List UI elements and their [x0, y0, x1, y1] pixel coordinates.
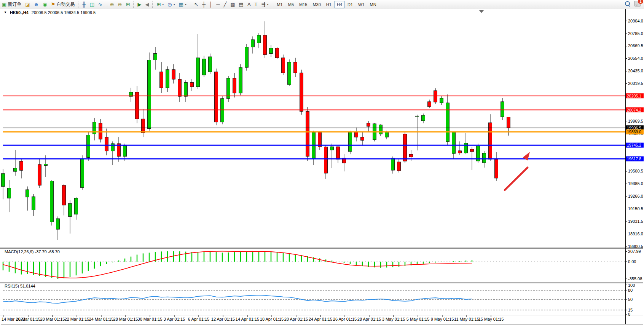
candle-bullish [288, 62, 291, 85]
periods-button[interactable]: ◷▾ [166, 0, 177, 9]
horizontal-line-tool-button[interactable]: ─ [214, 0, 222, 9]
new-order-button[interactable]: ▣新订单 [0, 0, 23, 9]
arrows-tool-icon: ⇶ [261, 2, 266, 7]
candle-bullish [75, 198, 78, 214]
fibonacci-tool-button[interactable]: ▤ [237, 0, 245, 9]
candle-bearish [324, 147, 328, 173]
candle-bearish [38, 165, 41, 185]
text-tool-button[interactable]: A [245, 0, 253, 9]
chart-shift-icon: ◀ [145, 2, 149, 7]
candle-bullish [44, 164, 48, 165]
crosshair-tool-button[interactable]: ┼ [200, 0, 207, 9]
time-tick-label: 16 Mar 01:15 [16, 317, 41, 321]
rsi-scale-label: 0 [628, 312, 630, 316]
collapse-triangle-icon[interactable]: ▼ [4, 11, 7, 15]
candle-bullish [123, 146, 127, 157]
time-tick-label: 11 May 01:15 [454, 317, 479, 321]
time-tick-label: 20 Apr 01:15 [284, 317, 308, 321]
candle-bearish [410, 154, 413, 157]
candle-bearish [233, 78, 236, 93]
templates-button[interactable]: ▦▾ [177, 0, 188, 9]
price-tick-label: 20785.0 [628, 31, 643, 36]
rsi-scale-label: 80 [628, 288, 633, 292]
macd-scale-label: 207.99 [628, 249, 641, 254]
autotrading-icon: ⚑ [51, 2, 56, 7]
candle-bullish [245, 47, 249, 67]
candle-bullish [349, 132, 352, 152]
price-tick-label: 20904.0 [628, 19, 643, 23]
candle-bearish [172, 70, 175, 79]
time-tick-label: 14 Apr 01:15 [236, 317, 259, 321]
auto-scroll-button[interactable]: ▶ [135, 0, 143, 9]
search-icon[interactable] [625, 1, 630, 6]
channel-tool-button[interactable]: ▨ [228, 0, 237, 9]
timeframe-button-m1[interactable]: M1 [274, 1, 285, 8]
chart-symbol-period: HK50-,H4 [10, 10, 29, 15]
time-tick-label: 28 Mar 01:15 [113, 317, 138, 321]
autotrading-button[interactable]: ⚑自动交易 [49, 0, 77, 9]
tile-windows-button[interactable]: ⊞ [124, 0, 132, 9]
cursor-tool-button[interactable]: ↖ [192, 0, 200, 9]
signals-button[interactable]: ◉ [41, 0, 49, 9]
candle-bullish [452, 132, 456, 153]
timeframe-button-m30[interactable]: M30 [310, 1, 323, 8]
candle-bearish [99, 123, 102, 139]
candle-bearish [190, 83, 194, 87]
candle-bullish [26, 190, 29, 197]
new-chart-button[interactable]: ⊞▾ [155, 0, 166, 9]
timeframe-button-w1[interactable]: W1 [355, 1, 367, 8]
candle-bullish [154, 54, 157, 60]
candle-bullish [196, 58, 200, 87]
line-chart-button[interactable]: ∿ [96, 0, 104, 9]
chart-canvas[interactable]: 20904.020785.020669.520554.020435.020319… [0, 0, 644, 326]
candle-bullish [440, 98, 443, 103]
candle-bearish [361, 137, 364, 140]
candle-bearish [300, 73, 303, 111]
candle-bearish [470, 149, 474, 152]
candlestick-button[interactable]: ◫ [88, 0, 96, 9]
community-icon: ☻ [34, 2, 39, 7]
chart-screenshot-button[interactable]: ◪ [23, 0, 32, 9]
candle-bullish [50, 181, 54, 222]
candle-bearish [403, 134, 407, 161]
periods-icon: ◷ [167, 2, 172, 7]
candle-bearish [142, 119, 145, 133]
candle-bearish [282, 58, 285, 73]
price-tick-label: 19385.0 [628, 181, 643, 186]
notifications-icon[interactable]: 1 [634, 1, 641, 6]
community-button[interactable]: ☻ [32, 0, 41, 9]
price-tick-label: 19266.0 [628, 194, 643, 198]
bar-chart-icon: ╫ [82, 2, 86, 7]
timeframe-button-h1[interactable]: H1 [324, 1, 334, 8]
bar-chart-button[interactable]: ╫ [80, 0, 88, 9]
zoom-out-button[interactable]: ⊖ [116, 0, 124, 9]
timeframe-button-d1[interactable]: D1 [345, 1, 355, 8]
candle-bullish [184, 83, 188, 97]
new-chart-icon: ⊞ [156, 2, 161, 7]
chart-shift-button[interactable]: ◀ [143, 0, 151, 9]
cursor-tool-icon: ↖ [194, 2, 198, 7]
line-chart-icon: ∿ [98, 2, 102, 7]
timeframe-button-m5[interactable]: M5 [285, 1, 296, 8]
timeframe-button-m15[interactable]: M15 [296, 1, 310, 8]
price-tick-label: 19031.5 [628, 219, 643, 224]
price-tick-label: 19150.5 [628, 206, 643, 211]
rsi-scale-label: 100 [628, 283, 635, 288]
candle-bullish [391, 158, 395, 170]
zoom-in-button[interactable]: ⊕ [108, 0, 116, 9]
candle-bullish [14, 168, 17, 171]
auto-scroll-icon: ▶ [137, 2, 141, 7]
candle-bullish [483, 153, 486, 163]
arrows-tool-button[interactable]: ⇶▾ [260, 0, 271, 9]
new-order-button-label: 新订单 [8, 1, 21, 8]
vertical-line-tool-button[interactable]: │ [207, 0, 214, 9]
autotrading-button-label: 自动交易 [56, 1, 75, 8]
timeframe-button-mn[interactable]: MN [367, 1, 379, 8]
timeframe-button-h4[interactable]: H4 [334, 1, 345, 8]
price-tick-label: 19500.5 [628, 169, 643, 173]
label-tool-button[interactable]: T [253, 0, 260, 9]
candle-bearish [336, 147, 340, 159]
price-tick-label: 19969.5 [628, 119, 643, 123]
trendline-tool-button[interactable]: ╱ [222, 0, 228, 9]
price-badge-label: 20205.1 [627, 94, 641, 98]
